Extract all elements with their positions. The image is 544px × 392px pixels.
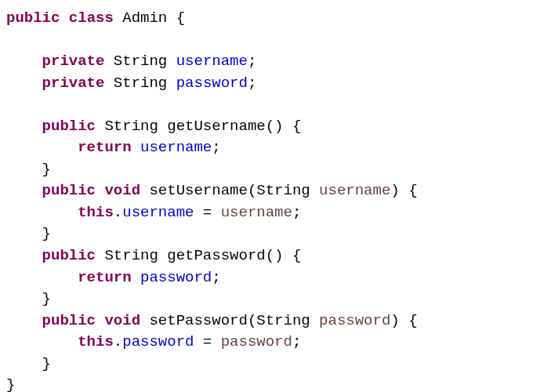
- dot: .: [114, 204, 122, 221]
- semicolon: ;: [212, 139, 220, 156]
- type-string: String: [256, 182, 310, 199]
- param-password: password: [221, 333, 292, 350]
- code-line: this.password = password;: [6, 332, 538, 354]
- paren-close: ): [390, 182, 399, 199]
- paren-open: (: [266, 118, 274, 135]
- code-block: public class Admin { private String user…: [6, 8, 538, 392]
- code-line: return username;: [6, 137, 538, 159]
- keyword-public: public: [42, 182, 96, 199]
- brace-open: {: [292, 247, 301, 264]
- code-line: public String getUsername() {: [6, 116, 538, 138]
- keyword-return: return: [78, 269, 131, 286]
- keyword-public: public: [6, 9, 60, 27]
- semicolon: ;: [248, 74, 256, 92]
- keyword-public: public: [42, 247, 96, 264]
- code-line: public class Admin {: [6, 8, 538, 30]
- code-line: }: [6, 289, 538, 310]
- brace-close: }: [42, 290, 51, 307]
- paren-close: ): [390, 312, 399, 329]
- param-username: username: [221, 204, 292, 221]
- semicolon: ;: [248, 53, 256, 70]
- assign: =: [194, 333, 220, 350]
- code-line: private String username;: [6, 51, 538, 73]
- code-line: this.username = username;: [6, 202, 538, 224]
- code-line: public void setPassword(String password)…: [6, 310, 538, 332]
- code-line: }: [6, 223, 538, 245]
- semicolon: ;: [212, 269, 220, 286]
- field-password: password: [122, 333, 194, 350]
- keyword-this: this: [78, 204, 114, 221]
- assign: =: [194, 204, 220, 221]
- method-getPassword: getPassword: [167, 247, 265, 264]
- code-line: }: [6, 159, 538, 181]
- type-string: String: [104, 118, 158, 135]
- code-line: public String getPassword() {: [6, 245, 538, 267]
- type-string: String: [256, 312, 310, 329]
- keyword-class: class: [69, 9, 114, 27]
- brace-open: {: [176, 9, 185, 27]
- code-line-blank: [6, 94, 538, 116]
- brace-open: {: [292, 118, 301, 135]
- paren-open: (: [248, 312, 256, 329]
- code-line: return password;: [6, 267, 538, 289]
- brace-close: }: [42, 355, 51, 372]
- field-username: username: [140, 139, 212, 156]
- brace-close: }: [6, 376, 15, 392]
- brace-open: {: [408, 182, 417, 199]
- paren-close: ): [274, 118, 283, 135]
- paren-open: (: [248, 182, 256, 199]
- paren-open: (: [266, 247, 274, 264]
- field-username: username: [176, 53, 248, 70]
- param-username: username: [319, 182, 390, 199]
- keyword-void: void: [104, 312, 140, 329]
- keyword-return: return: [78, 139, 131, 156]
- keyword-public: public: [42, 312, 96, 329]
- param-password: password: [319, 312, 390, 329]
- type-string: String: [114, 74, 167, 92]
- keyword-this: this: [78, 333, 114, 350]
- code-line: }: [6, 354, 538, 376]
- field-password: password: [176, 74, 248, 92]
- code-line-blank: [6, 30, 538, 52]
- brace-close: }: [42, 161, 51, 178]
- dot: .: [114, 333, 122, 350]
- paren-close: ): [274, 247, 283, 264]
- field-username: username: [122, 204, 194, 221]
- keyword-private: private: [42, 74, 105, 92]
- brace-close: }: [42, 225, 51, 242]
- code-line: private String password;: [6, 73, 538, 95]
- type-string: String: [114, 53, 167, 70]
- semicolon: ;: [292, 333, 301, 350]
- field-password: password: [140, 269, 212, 286]
- method-setPassword: setPassword: [149, 312, 247, 329]
- type-string: String: [104, 247, 158, 264]
- brace-open: {: [408, 312, 417, 329]
- keyword-void: void: [104, 182, 140, 199]
- method-setUsername: setUsername: [149, 182, 247, 199]
- code-line: public void setUsername(String username)…: [6, 180, 538, 202]
- semicolon: ;: [292, 204, 301, 221]
- code-line: }: [6, 375, 538, 392]
- class-name: Admin: [122, 9, 167, 27]
- keyword-public: public: [42, 118, 96, 135]
- method-getUsername: getUsername: [167, 118, 265, 135]
- keyword-private: private: [42, 53, 105, 70]
